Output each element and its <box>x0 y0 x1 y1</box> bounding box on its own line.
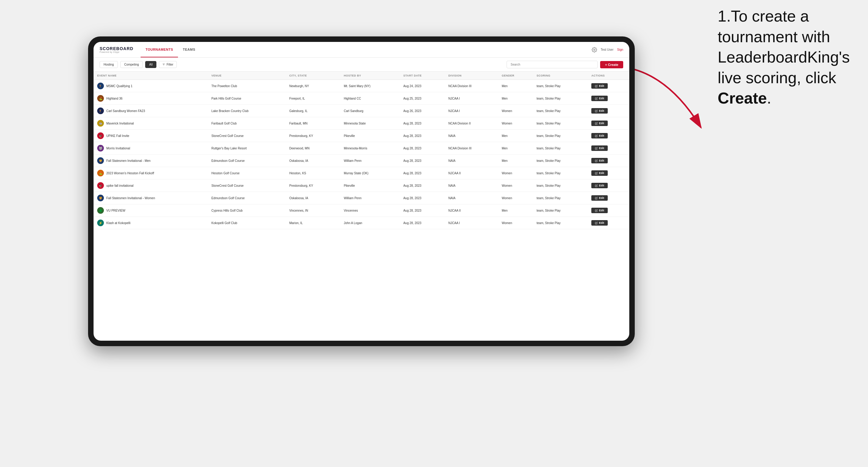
cell-gender: Men <box>498 130 533 142</box>
event-icon: 🦅 <box>97 132 104 139</box>
cell-division: NCAA Division II <box>445 117 498 130</box>
edit-icon <box>595 222 598 224</box>
cell-hosted-by: Carl Sandburg <box>340 105 400 117</box>
col-venue: VENUE <box>208 72 285 80</box>
cell-hosted-by: Pikeville <box>340 180 400 192</box>
edit-button[interactable]: Edit <box>591 183 608 188</box>
cell-venue: Hesston Golf Course <box>208 167 285 180</box>
logo-text: SCOREBOARD <box>100 46 133 51</box>
all-button[interactable]: All <box>145 61 156 68</box>
event-icon: 🐺 <box>97 145 104 152</box>
edit-button[interactable]: Edit <box>591 108 608 114</box>
search-wrapper <box>506 61 598 68</box>
edit-button[interactable]: Edit <box>591 195 608 201</box>
filter-icon <box>162 63 165 66</box>
edit-button[interactable]: Edit <box>591 83 608 89</box>
toolbar: Hosting Competing All Filter + Create <box>94 58 629 72</box>
edit-icon <box>595 159 598 162</box>
nav-sign-label[interactable]: Sign <box>617 48 623 51</box>
edit-button[interactable]: Edit <box>591 220 608 226</box>
table-row: 🐺 Morris Invitational Ruttger's Bay Lake… <box>94 142 629 155</box>
edit-icon <box>595 134 598 137</box>
event-name-text: Maverick Invitational <box>106 122 134 125</box>
col-event-name: EVENT NAME <box>94 72 208 80</box>
cell-event-name: 🦅 UPIKE Fall Invite <box>94 130 208 142</box>
event-name-text: Fall Statesmen Invitational - Men <box>106 159 151 162</box>
event-name-text: Highland 36 <box>106 97 122 100</box>
logo-area: SCOREBOARD Powered by Clippr <box>100 46 133 53</box>
cell-division: NCAA Division III <box>445 142 498 155</box>
cell-venue: StoneCrest Golf Course <box>208 180 285 192</box>
cell-city-state: Faribault, MN <box>285 117 340 130</box>
event-icon: 🏌 <box>97 83 104 89</box>
cell-hosted-by: Mt. Saint Mary (NY) <box>340 80 400 92</box>
event-name-text: Morris Invitational <box>106 147 130 150</box>
cell-gender: Men <box>498 80 533 92</box>
cell-actions: Edit <box>588 80 629 92</box>
cell-venue: Edmundson Golf Course <box>208 155 285 167</box>
event-icon: 🏌 <box>97 107 104 114</box>
competing-button[interactable]: Competing <box>120 61 143 68</box>
cell-division: NAIA <box>445 180 498 192</box>
edit-icon <box>595 110 598 112</box>
cell-start-date: Aug 28, 2023 <box>400 192 445 204</box>
cell-actions: Edit <box>588 117 629 130</box>
filter-button[interactable]: Filter <box>159 61 177 68</box>
edit-button[interactable]: Edit <box>591 133 608 138</box>
cell-hosted-by: Vincennes <box>340 204 400 217</box>
table-row: 🏌 MSMC Qualifying 1 The Powelton Club Ne… <box>94 80 629 92</box>
cell-actions: Edit <box>588 180 629 192</box>
event-icon: ⛳ <box>97 170 104 177</box>
nav-tab-tournaments[interactable]: TOURNAMENTS <box>141 42 178 57</box>
tablet-frame: SCOREBOARD Powered by Clippr TOURNAMENTS… <box>88 36 635 346</box>
cell-scoring: team, Stroke Play <box>533 217 588 229</box>
nav-tab-teams[interactable]: TEAMS <box>178 42 200 57</box>
table-row: 🏌 Carl Sandburg Women FA23 Lake Bracken … <box>94 105 629 117</box>
edit-button[interactable]: Edit <box>591 208 608 213</box>
cell-event-name: 🌲 VU PREVIEW <box>94 204 208 217</box>
edit-icon <box>595 85 598 88</box>
cell-event-name: ⚡ Klash at Kokopelli <box>94 217 208 229</box>
cell-hosted-by: William Penn <box>340 155 400 167</box>
cell-gender: Women <box>498 117 533 130</box>
event-name-text: UPIKE Fall Invite <box>106 134 129 137</box>
cell-city-state: Freeport, IL <box>285 92 340 105</box>
cell-hosted-by: Pikeville <box>340 130 400 142</box>
gear-icon[interactable] <box>592 47 597 53</box>
edit-button[interactable]: Edit <box>591 170 608 176</box>
hosting-button[interactable]: Hosting <box>100 61 118 68</box>
cell-scoring: team, Stroke Play <box>533 167 588 180</box>
edit-button[interactable]: Edit <box>591 121 608 126</box>
nav-tabs: TOURNAMENTS TEAMS <box>141 42 200 57</box>
edit-button[interactable]: Edit <box>591 146 608 151</box>
search-input[interactable] <box>506 61 598 68</box>
create-button[interactable]: + Create <box>600 61 623 68</box>
event-name-text: VU PREVIEW <box>106 209 125 212</box>
svg-point-1 <box>594 49 595 51</box>
cell-scoring: team, Stroke Play <box>533 192 588 204</box>
edit-button[interactable]: Edit <box>591 158 608 163</box>
edit-icon <box>595 197 598 199</box>
cell-start-date: Aug 28, 2023 <box>400 217 445 229</box>
cell-scoring: team, Stroke Play <box>533 142 588 155</box>
cell-start-date: Aug 24, 2023 <box>400 80 445 92</box>
cell-start-date: Aug 28, 2023 <box>400 142 445 155</box>
cell-scoring: team, Stroke Play <box>533 204 588 217</box>
col-hosted-by: HOSTED BY <box>340 72 400 80</box>
event-icon: 🦅 <box>97 182 104 189</box>
cell-division: NJCAA II <box>445 204 498 217</box>
cell-city-state: Hesston, KS <box>285 167 340 180</box>
cell-division: NJCAA II <box>445 167 498 180</box>
cell-city-state: Prestonsburg, KY <box>285 180 340 192</box>
cell-event-name: ⛳ 2023 Women's Hesston Fall Kickoff <box>94 167 208 180</box>
edit-button[interactable]: Edit <box>591 96 608 101</box>
events-table: EVENT NAME VENUE CITY, STATE HOSTED BY S… <box>94 72 629 229</box>
col-scoring: SCORING <box>533 72 588 80</box>
cell-division: NAIA <box>445 192 498 204</box>
cell-event-name: 🦁 Fall Statesmen Invitational - Men <box>94 155 208 167</box>
cell-gender: Men <box>498 204 533 217</box>
cell-actions: Edit <box>588 105 629 117</box>
cell-division: NAIA <box>445 155 498 167</box>
cell-event-name: 🐃 Maverick Invitational <box>94 117 208 130</box>
cell-scoring: team, Stroke Play <box>533 130 588 142</box>
